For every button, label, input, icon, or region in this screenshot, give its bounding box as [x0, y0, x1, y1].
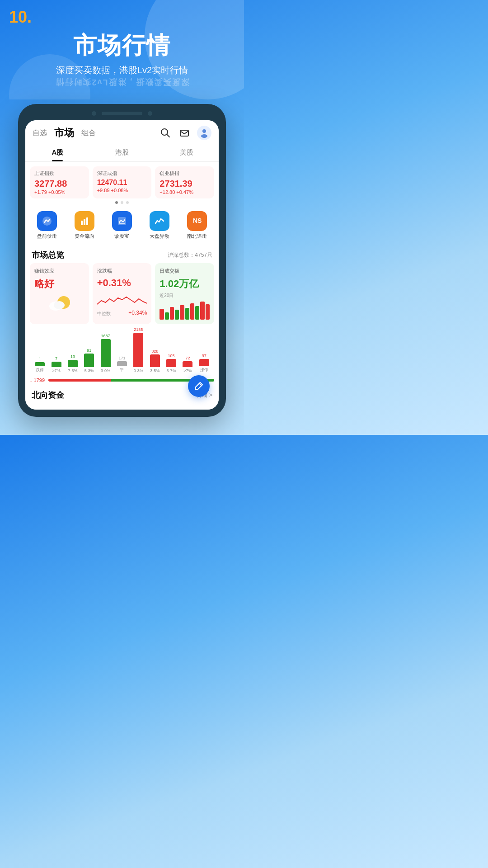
- dist-name-8: >7%: [183, 368, 192, 373]
- nav-tab-portfolio[interactable]: 组合: [81, 128, 96, 138]
- index-card-chinext[interactable]: 创业板指 2731.39 +12.80 +0.47%: [155, 166, 214, 198]
- index-change-shanghai: +1.79 +0.05%: [34, 189, 84, 195]
- mail-icon-btn[interactable]: [178, 127, 191, 139]
- dist-name-1: >7%: [52, 368, 60, 373]
- nav-tab-zixuan[interactable]: 自选: [33, 128, 47, 138]
- quick-action-dapan[interactable]: 大盘异动: [150, 211, 169, 240]
- tab-a-stock[interactable]: A股: [25, 144, 90, 161]
- phone-camera-left: [92, 111, 96, 116]
- app-header: 自选 市场 组合: [25, 120, 219, 144]
- rise-card-label: 涨跌幅: [97, 268, 147, 274]
- rise-subvalue: +0.34%: [128, 310, 147, 316]
- dist-name-0: 跌停: [36, 367, 44, 373]
- dist-col-7: 105 5-7%: [163, 354, 179, 373]
- nav-tab-market[interactable]: 市场: [54, 126, 74, 140]
- index-change-chinext: +12.80 +0.47%: [160, 189, 210, 195]
- down-indicator: ↓ 1799: [30, 377, 45, 383]
- dist-name-9: 涨停: [200, 367, 208, 373]
- edit-icon: [193, 380, 205, 392]
- banner-area: 10. 市场行情 深度买卖数据，港股Lv2实时行情 深度买卖数据，港股Lv2实时…: [0, 0, 244, 99]
- market-card-rise[interactable]: 涨跌幅 +0.31% 中位数 +0.34%: [93, 263, 152, 324]
- dist-bars: 1 跌停 7 >7% 13 7-5%: [30, 332, 214, 373]
- dist-bar-0: [35, 362, 45, 366]
- dist-val-0: 1: [39, 357, 41, 361]
- quick-actions: 盘前伏击 资金流向: [25, 207, 219, 244]
- dot-2: [121, 201, 123, 204]
- nanbei-label: 南北追击: [187, 233, 207, 240]
- dist-val-2: 13: [70, 354, 75, 359]
- dist-col-5: 2185 0-3%: [130, 327, 146, 373]
- quick-action-zijin[interactable]: 资金流向: [75, 211, 94, 240]
- tab-us-stock[interactable]: 美股: [154, 144, 219, 161]
- dist-col-6: 328 3-5%: [147, 349, 163, 373]
- index-value-shanghai: 3277.88: [34, 179, 84, 189]
- volume-card-value: 1.02万亿: [160, 277, 210, 291]
- weather-icon: [46, 294, 73, 312]
- volume-card-label: 日成交额: [160, 268, 210, 274]
- index-value-shenzhen: 12470.11: [97, 179, 147, 187]
- zhengubao-icon: [112, 211, 132, 231]
- dist-col-flat: 171 平: [114, 356, 130, 373]
- quick-action-panqian[interactable]: 盘前伏击: [37, 211, 57, 240]
- dist-name-3: 5-3%: [84, 368, 94, 373]
- dist-bar-7: [166, 359, 176, 367]
- dist-col-9: 97 涨停: [196, 354, 212, 373]
- dist-col-2: 13 7-5%: [65, 354, 81, 373]
- distribution-chart: 1 跌停 7 >7% 13 7-5%: [25, 329, 219, 377]
- market-cards: 赚钱效应 略好 涨跌幅 +0.31%: [25, 263, 219, 329]
- dapan-label: 大盘异动: [150, 233, 169, 240]
- svg-text:NS: NS: [193, 217, 202, 224]
- dist-col-3: 91 5-3%: [81, 348, 97, 373]
- panqian-icon: [37, 211, 57, 231]
- zijin-icon: [75, 211, 94, 231]
- phone-speaker: [102, 112, 142, 115]
- nanbei-icon: NS: [187, 211, 207, 231]
- banner-subtitle: 深度买卖数据，港股Lv2实时行情: [9, 64, 235, 76]
- index-change-shenzhen: +9.89 +0.08%: [97, 188, 147, 193]
- quick-action-zhengubao[interactable]: 诊股宝: [112, 211, 132, 240]
- dist-bar-4: [101, 339, 111, 367]
- dist-name-5: 0-3%: [134, 368, 143, 373]
- phone-mockup: 自选 市场 组合: [0, 104, 244, 435]
- north-fund-title: 北向资金: [32, 390, 64, 401]
- phone-screen: 自选 市场 组合: [25, 120, 219, 410]
- quick-action-nanbei[interactable]: NS 南北追击: [187, 211, 207, 240]
- index-cards: 上证指数 3277.88 +1.79 +0.05% 深证成指 12470.11 …: [25, 162, 219, 198]
- money-card-label: 赚钱效应: [34, 268, 84, 274]
- dist-val-3: 91: [87, 348, 91, 353]
- rise-sublabel: 中位数: [97, 311, 111, 317]
- dot-3: [126, 201, 129, 204]
- svg-point-13: [54, 301, 65, 309]
- dist-bar-flat: [117, 361, 127, 366]
- banner-reflection: 深度买卖数据，港股Lv2实时行情: [9, 77, 235, 86]
- user-avatar[interactable]: [197, 126, 211, 140]
- dist-val-8: 72: [185, 356, 190, 360]
- dist-col-0: 1 跌停: [32, 357, 48, 373]
- dist-bar-6: [150, 354, 160, 367]
- tab-hk-stock[interactable]: 港股: [90, 144, 155, 161]
- dist-name-flat: 平: [120, 367, 124, 373]
- svg-rect-7: [84, 219, 85, 225]
- zijin-label: 资金流向: [75, 233, 94, 240]
- index-card-shenzhen[interactable]: 深证成指 12470.11 +9.89 +0.08%: [93, 166, 152, 198]
- search-icon-btn[interactable]: [159, 127, 172, 139]
- market-card-volume[interactable]: 日成交额 1.02万亿 近20日: [155, 263, 214, 324]
- market-card-money[interactable]: 赚钱效应 略好: [30, 263, 89, 324]
- dist-val-4: 1687: [101, 334, 110, 338]
- fab-button[interactable]: [188, 375, 210, 397]
- sub-tabs: A股 港股 美股: [25, 144, 219, 162]
- dist-val-7: 105: [168, 354, 175, 358]
- dapan-icon: [150, 211, 169, 231]
- dist-name-4: 3-0%: [101, 368, 110, 373]
- index-name-chinext: 创业板指: [160, 170, 210, 177]
- dist-bar-3: [84, 354, 94, 367]
- index-card-shanghai[interactable]: 上证指数 3277.88 +1.79 +0.05%: [30, 166, 89, 198]
- down-bar-fill: [48, 379, 111, 382]
- pagination-dots: [25, 198, 219, 207]
- index-name-shenzhen: 深证成指: [97, 170, 147, 177]
- dot-1: [115, 201, 118, 204]
- svg-rect-6: [81, 221, 83, 225]
- header-icons: [159, 126, 211, 140]
- zhengubao-label: 诊股宝: [114, 233, 129, 240]
- dist-col-8: 72 >7%: [179, 356, 196, 373]
